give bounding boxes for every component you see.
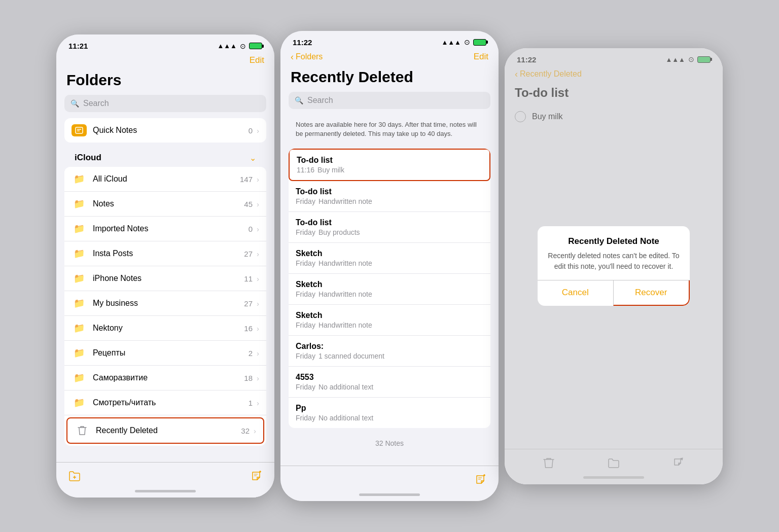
trash-icon [75,424,90,437]
note-subtitle-1: FridayHandwritten note [296,197,483,205]
note-item-5[interactable]: Sketch FridayHandwritten note [289,305,490,336]
new-folder-icon[interactable] [68,471,81,485]
folder-name-mybusiness: My business [93,299,244,308]
edit-button-2[interactable]: Edit [474,52,488,62]
bottom-toolbar-1 [56,462,274,498]
search-icon-2: 🔍 [295,96,303,104]
quick-notes-count: 0 [249,126,253,135]
new-note-icon[interactable] [251,471,262,485]
folder-name-notes: Notes [93,199,244,208]
folder-item-smotret[interactable]: 📁 Смотреть/читать 1 › [64,391,266,415]
note-subtitle-5: FridayHandwritten note [296,321,483,329]
search-placeholder-1: Search [83,99,109,108]
modal-overlay: Recently Deleted Note Recently deleted n… [505,48,723,484]
folder-item-recently-deleted[interactable]: Recently Deleted 32 › [66,417,264,444]
modal-body: Recently Deleted Note Recently deleted n… [538,226,690,280]
recover-button[interactable]: Recover [613,280,690,306]
svg-rect-0 [76,127,83,133]
folder-arrow-nektony: › [257,324,259,333]
folder-arrow-notes: › [257,200,259,208]
quick-notes-section: Quick Notes 0 › [64,118,266,143]
status-time-1: 11:21 [68,42,88,50]
folder-count-samorazvitie: 18 [244,374,253,382]
folder-arrow-insta: › [257,250,259,258]
status-icons-2: ▲▲▲ ⊙ [441,38,486,46]
folder-icon-all-icloud: 📁 [72,173,87,185]
status-time-2: 11:22 [293,38,312,47]
note-item-4[interactable]: Sketch FridayHandwritten note [289,274,490,305]
note-subtitle-4: FridayHandwritten note [296,290,483,298]
folder-icon-imported: 📁 [72,223,87,235]
folder-item-recepty[interactable]: 📁 Рецепты 2 › [64,341,266,366]
back-button-2[interactable]: ‹ Folders [291,52,323,62]
folder-name-iphone: iPhone Notes [93,274,244,283]
folder-icon-samorazvitie: 📁 [72,372,87,384]
search-bar-2[interactable]: 🔍 Search [289,92,490,109]
info-banner: Notes are available here for 30 days. Af… [289,115,490,144]
folder-item-all-icloud[interactable]: 📁 All iCloud 147 › [64,167,266,192]
folder-item-notes[interactable]: 📁 Notes 45 › [64,192,266,217]
search-icon-1: 🔍 [70,99,79,108]
cancel-button[interactable]: Cancel [538,280,613,306]
icloud-chevron[interactable]: ⌄ [250,153,256,163]
folder-item-samorazvitie[interactable]: 📁 Саморазвитие 18 › [64,366,266,391]
edit-button-1[interactable]: Edit [250,55,264,65]
search-bar-1[interactable]: 🔍 Search [64,95,266,112]
folder-count-recepty: 2 [249,349,253,358]
note-title-4: Sketch [296,280,483,289]
folder-arrow-smotret: › [257,399,259,407]
note-title-7: 4553 [296,373,483,382]
folder-arrow-recently-deleted: › [254,427,256,435]
folder-count-all-icloud: 147 [240,175,253,184]
note-subtitle-6: Friday1 scanned document [296,352,483,360]
folder-icon-notes: 📁 [72,198,87,210]
note-item-0[interactable]: To-do list 11:16Buy milk [289,149,490,181]
folder-arrow-iphone: › [257,274,259,283]
folder-name-imported: Imported Notes [93,224,249,233]
folder-arrow-recepty: › [257,349,259,358]
note-item-6[interactable]: Carlos: Friday1 scanned document [289,336,490,367]
signal-icon: ▲▲▲ [217,42,237,50]
note-subtitle-7: FridayNo additional text [296,383,483,391]
nav-bar-1: Edit [56,53,274,69]
folder-item-iphone[interactable]: 📁 iPhone Notes 11 › [64,266,266,291]
folder-icon-nektony: 📁 [72,322,87,334]
phone-folders: 11:21 ▲▲▲ ⊙ Edit Folders 🔍 Search [56,34,274,498]
note-title-1: To-do list [296,187,483,196]
note-list-2: To-do list 11:16Buy milk To-do list Frid… [289,149,490,428]
folder-name-samorazvitie: Саморазвитие [93,373,244,382]
folder-count-iphone: 11 [244,274,253,283]
status-bar-1: 11:21 ▲▲▲ ⊙ [56,34,274,53]
folder-count-mybusiness: 27 [244,299,253,308]
page-title-1: Folders [56,69,274,95]
folder-item-insta[interactable]: 📁 Insta Posts 27 › [64,241,266,266]
note-subtitle-3: FridayHandwritten note [296,259,483,267]
folder-icon-mybusiness: 📁 [72,297,87,309]
signal-icon-2: ▲▲▲ [441,39,461,46]
folder-name-recently-deleted: Recently Deleted [96,426,241,435]
note-subtitle-0: 11:16Buy milk [297,166,482,174]
quick-notes-item[interactable]: Quick Notes 0 › [64,118,266,143]
folder-item-mybusiness[interactable]: 📁 My business 27 › [64,291,266,316]
note-item-2[interactable]: To-do list FridayBuy products [289,212,490,243]
folder-name-all-icloud: All iCloud [93,174,240,184]
folder-item-imported[interactable]: 📁 Imported Notes 0 › [64,217,266,241]
note-item-1[interactable]: To-do list FridayHandwritten note [289,181,490,212]
quick-notes-arrow: › [257,126,259,135]
quick-notes-icon [72,124,87,136]
status-bar-2: 11:22 ▲▲▲ ⊙ [280,31,499,50]
back-label-2: Folders [296,52,323,61]
modal-title: Recently Deleted Note [548,236,680,246]
note-item-3[interactable]: Sketch FridayHandwritten note [289,243,490,274]
folder-icon-iphone: 📁 [72,272,87,285]
note-item-7[interactable]: 4553 FridayNo additional text [289,367,490,398]
folder-icon-recepty: 📁 [72,347,87,359]
folder-arrow-imported: › [257,225,259,233]
note-subtitle-2: FridayBuy products [296,228,483,236]
folder-item-nektony[interactable]: 📁 Nektony 16 › [64,316,266,341]
icloud-folder-list: 📁 All iCloud 147 › 📁 Notes 45 › 📁 Import… [64,167,266,446]
folder-count-smotret: 1 [249,399,253,407]
new-note-icon-2[interactable] [475,474,486,488]
note-item-8[interactable]: Pp FridayNo additional text [289,398,490,428]
nav-bar-2: ‹ Folders Edit [280,50,499,66]
